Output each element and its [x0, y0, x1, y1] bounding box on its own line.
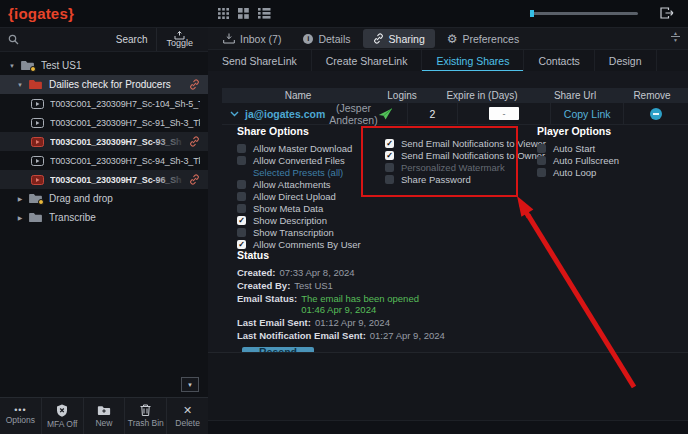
- option-label: Allow Master Download: [253, 143, 352, 154]
- remove-share-icon[interactable]: [650, 108, 662, 120]
- tree-item-label: T003C001_230309H7_Sc-104_Sh-5_Tk-04.mov: [50, 99, 200, 109]
- tab-preferences[interactable]: ⚙Preferences: [437, 29, 529, 48]
- sharing-subtabs: Send ShareLinkCreate ShareLinkExisting S…: [208, 50, 688, 73]
- option-show-transcription: Show Transcription: [237, 226, 387, 238]
- tree-item-label: T003C001_230309H7_Sc-93_Sh: [50, 137, 185, 147]
- status-row-last-email-sent: Last Email Sent:01:12 Apr 9, 2024: [237, 317, 472, 328]
- checkbox-allow-converted-files[interactable]: [237, 156, 246, 165]
- toolbar-mfa-off[interactable]: MFA Off: [42, 398, 84, 434]
- folder-icon: [28, 212, 43, 223]
- tree-item-label: Transcribe: [49, 212, 200, 223]
- subtab-contacts[interactable]: Contacts: [524, 50, 594, 72]
- toolbar-delete[interactable]: ✕Delete: [167, 398, 208, 434]
- checkbox-show-transcription[interactable]: [237, 228, 246, 237]
- option-label: Allow Converted Files: [253, 155, 345, 166]
- option-label: Auto Fullscreen: [553, 155, 619, 166]
- tab-sharing[interactable]: Sharing: [363, 29, 435, 48]
- folder-icon: [28, 79, 43, 90]
- tree-item-test-us1[interactable]: ▼Test US1: [0, 56, 208, 75]
- tree-item-label: T003C001_230309H7_Sc-96_Sh: [50, 175, 185, 185]
- search-bar: Search Toggle: [0, 27, 208, 52]
- toolbar-new[interactable]: New: [84, 398, 126, 434]
- checkbox-allow-direct-upload[interactable]: [237, 192, 246, 201]
- tree-item-t003c001-230309h7-sc-104-sh-5-tk-04-mov[interactable]: T003C001_230309H7_Sc-104_Sh-5_Tk-04.mov: [0, 94, 208, 113]
- tree-item-t003c001-230309h7-sc-93-sh[interactable]: T003C001_230309H7_Sc-93_Sh: [0, 132, 208, 151]
- status-label: Created:: [237, 267, 276, 278]
- clip-icon: [31, 99, 44, 109]
- expire-days-input[interactable]: -: [489, 107, 519, 120]
- share-link-icon: [189, 174, 200, 185]
- expander-closed-icon[interactable]: ▶: [16, 214, 24, 221]
- toolbar-options[interactable]: •••Options: [0, 398, 42, 434]
- column-header-name: Name: [222, 90, 374, 101]
- checkbox-auto-start[interactable]: [537, 144, 546, 153]
- tab-inbox-7[interactable]: Inbox (7): [213, 29, 291, 48]
- expander-open-icon[interactable]: ▼: [8, 63, 16, 69]
- sidebar-toolbar: •••OptionsMFA OffNewTrash Bin✕Delete: [0, 397, 208, 434]
- shares-table: NameLoginsExpire in (Days)Share UrlRemov…: [222, 88, 688, 125]
- expander-open-icon[interactable]: ▼: [16, 82, 24, 88]
- tree-item-drag-and-drop[interactable]: ▶Drag and drop: [0, 189, 208, 208]
- x-mark-icon: ✕: [183, 405, 192, 416]
- share-email[interactable]: ja@iogates.com: [245, 108, 325, 120]
- option-label: Show Description: [253, 215, 327, 226]
- gear-icon: ⚙: [447, 33, 458, 45]
- toolbar-trash-bin[interactable]: Trash Bin: [125, 398, 167, 434]
- option-label: Auto Loop: [553, 167, 596, 178]
- tree-item-t003c001-230309h7-sc-96-sh[interactable]: T003C001_230309H7_Sc-96_Sh: [0, 170, 208, 189]
- tab-label: Details: [318, 33, 350, 45]
- subtab-create-sharelink[interactable]: Create ShareLink: [312, 50, 423, 72]
- logout-icon[interactable]: [660, 7, 674, 19]
- tree-item-t003c001-230309h7-sc-94-sh-3-tk-033[interactable]: T003C001_230309H7_Sc-94_Sh-3_Tk-033: [0, 151, 208, 170]
- clip-icon: [31, 156, 44, 166]
- main-area: Inbox (7)iDetailsSharing⚙Preferences▲▼ S…: [208, 0, 688, 434]
- slider-thumb-icon[interactable]: [530, 10, 534, 17]
- tab-bar: Inbox (7)iDetailsSharing⚙Preferences▲▼: [208, 28, 688, 50]
- subtab-existing-shares[interactable]: Existing Shares: [422, 50, 524, 72]
- tree-item-transcribe[interactable]: ▶Transcribe: [0, 208, 208, 227]
- column-header-expire-in-days: Expire in (Days): [430, 90, 534, 101]
- info-icon: i: [303, 34, 313, 44]
- send-plane-icon[interactable]: [378, 108, 393, 120]
- checkbox-auto-loop[interactable]: [537, 168, 546, 177]
- checkbox-show-meta-data[interactable]: [237, 204, 246, 213]
- tree-collapse-button[interactable]: ▼: [181, 377, 199, 392]
- file-tree: ▼Test US1▼Dailies check for ProducersT00…: [0, 52, 208, 227]
- column-header-logins: Logins: [374, 90, 430, 101]
- checkbox-allow-comments-by-user[interactable]: ✓: [237, 240, 246, 249]
- clip-icon: [31, 118, 44, 128]
- toggle-button[interactable]: Toggle: [156, 28, 202, 51]
- status-value: Test US1: [294, 280, 333, 291]
- copy-link-button[interactable]: Copy Link: [564, 108, 611, 120]
- collapse-panel-icon[interactable]: ▲▼: [671, 31, 680, 42]
- search-button[interactable]: Search: [107, 28, 157, 51]
- option-label: Show Meta Data: [253, 203, 323, 214]
- shield-x-icon: [56, 404, 68, 417]
- tab-details[interactable]: iDetails: [293, 29, 360, 48]
- subtab-design[interactable]: Design: [595, 50, 657, 72]
- tree-item-dailies-check-for-producers[interactable]: ▼Dailies check for Producers: [0, 75, 208, 94]
- badge-dot-icon: [38, 199, 44, 205]
- empty-region: [208, 352, 688, 421]
- tree-item-label: Dailies check for Producers: [49, 79, 185, 90]
- status-value: The email has been opened 01:46 Apr 9, 2…: [301, 293, 423, 315]
- checkbox-show-description[interactable]: ✓: [237, 216, 246, 225]
- subtab-send-sharelink[interactable]: Send ShareLink: [208, 50, 312, 72]
- checkbox-auto-fullscreen[interactable]: [537, 156, 546, 165]
- checkbox-allow-master-download[interactable]: [237, 144, 246, 153]
- thumb-view-icon[interactable]: [238, 8, 249, 19]
- share-row[interactable]: ja@iogates.com (Jesper Andersen) 2 - Cop…: [222, 103, 688, 125]
- tree-item-t003c001-230309h7-sc-91-sh-3-tk-017[interactable]: T003C001_230309H7_Sc-91_Sh-3_Tk-017: [0, 113, 208, 132]
- chevron-down-icon[interactable]: [230, 111, 239, 117]
- list-view-icon[interactable]: [258, 8, 271, 19]
- tab-label: Preferences: [463, 33, 520, 45]
- checkbox-allow-attachments[interactable]: [237, 180, 246, 189]
- status-row-created: Created:07:33 Apr 8, 2024: [237, 267, 472, 278]
- status-value: 07:33 Apr 8, 2024: [280, 267, 355, 278]
- option-auto-fullscreen: Auto Fullscreen: [537, 154, 657, 166]
- thumbnail-size-slider[interactable]: [530, 12, 638, 15]
- expander-closed-icon[interactable]: ▶: [16, 195, 24, 202]
- search-icon[interactable]: [8, 34, 19, 45]
- grid-view-icon[interactable]: [218, 8, 229, 19]
- folder-icon: [28, 193, 43, 204]
